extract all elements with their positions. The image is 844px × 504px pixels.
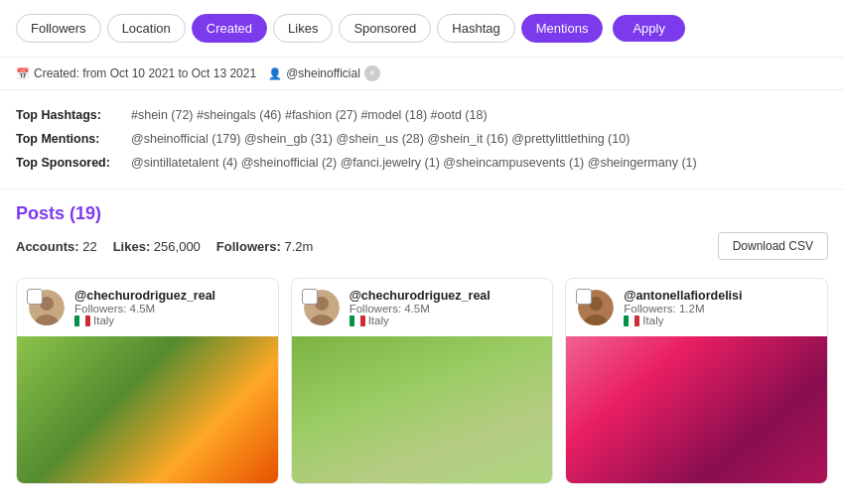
post-card-header-1: @chechurodriguez_real Followers: 4.5M It… (17, 279, 278, 336)
top-mentions-label: Top Mentions: (16, 128, 125, 152)
post-card-1: @chechurodriguez_real Followers: 4.5M It… (16, 278, 279, 484)
account-info-1: @chechurodriguez_real Followers: 4.5M It… (74, 289, 215, 326)
followers-1: Followers: 4.5M (74, 303, 215, 315)
filter-sponsored-button[interactable]: Sponsored (339, 14, 431, 43)
filter-created-button[interactable]: Created (192, 14, 267, 43)
post-card-3: @antonellafiordelisi Followers: 1.2M Ita… (565, 278, 828, 484)
top-sponsored-value: @sintillatetalent (4) @sheinofficial (2)… (131, 152, 697, 176)
likes-label: Likes: (113, 239, 151, 254)
filter-likes-button[interactable]: Likes (273, 14, 333, 43)
post-card-2: @chechurodriguez_real Followers: 4.5M It… (291, 278, 554, 484)
country-1: Italy (74, 315, 215, 326)
post-image-1 (17, 336, 278, 483)
country-3: Italy (624, 315, 742, 326)
top-mentions-row: Top Mentions: @sheinofficial (179) @shei… (16, 128, 828, 152)
followers-2: Followers: 4.5M (350, 303, 491, 315)
posts-meta-left: Accounts: 22 Likes: 256,000 Followers: 7… (16, 239, 313, 254)
filter-followers-button[interactable]: Followers (16, 14, 101, 43)
followers-label: Followers: (216, 239, 281, 254)
accounts-stat: Accounts: 22 (16, 239, 97, 254)
likes-stat: Likes: 256,000 (113, 239, 201, 254)
filter-location-button[interactable]: Location (107, 14, 186, 43)
active-filters-bar: 📅 Created: from Oct 10 2021 to Oct 13 20… (0, 58, 844, 90)
likes-value: 256,000 (154, 239, 201, 254)
top-mentions-value: @sheinofficial (179) @shein_gb (31) @she… (131, 128, 630, 152)
filter-bar: Followers Location Created Likes Sponsor… (0, 0, 844, 58)
country-name-3: Italy (642, 315, 663, 326)
mention-filter-label: @sheinofficial (286, 66, 360, 80)
person-icon: 👤 (268, 67, 282, 80)
top-hashtags-row: Top Hashtags: #shein (72) #sheingals (46… (16, 104, 828, 128)
posts-grid: @chechurodriguez_real Followers: 4.5M It… (0, 266, 844, 484)
download-csv-button[interactable]: Download CSV (718, 232, 828, 260)
posts-title: Posts (19) (16, 203, 828, 224)
username-2: @chechurodriguez_real (350, 289, 491, 303)
account-info-3: @antonellafiordelisi Followers: 1.2M Ita… (624, 289, 742, 326)
top-hashtags-label: Top Hashtags: (16, 104, 125, 128)
mention-filter-tag: 👤 @sheinofficial × (268, 65, 380, 81)
post-image-3 (566, 336, 827, 483)
calendar-icon: 📅 (16, 67, 30, 80)
posts-meta: Accounts: 22 Likes: 256,000 Followers: 7… (16, 232, 828, 260)
country-name-1: Italy (93, 315, 114, 326)
italy-flag-1 (74, 315, 90, 326)
followers-stat: Followers: 7.2m (216, 239, 314, 254)
remove-mention-filter-button[interactable]: × (364, 65, 380, 81)
followers-3: Followers: 1.2M (624, 303, 742, 315)
post-card-header-3: @antonellafiordelisi Followers: 1.2M Ita… (566, 279, 827, 336)
italy-flag-2 (350, 315, 365, 326)
accounts-value: 22 (82, 239, 96, 254)
accounts-label: Accounts: (16, 239, 79, 254)
post-checkbox-2[interactable] (302, 289, 318, 305)
username-1: @chechurodriguez_real (74, 289, 215, 303)
filter-hashtag-button[interactable]: Hashtag (437, 14, 514, 43)
post-checkbox-1[interactable] (27, 289, 43, 305)
top-hashtags-value: #shein (72) #sheingals (46) #fashion (27… (131, 104, 488, 128)
country-name-2: Italy (368, 315, 389, 326)
stats-section: Top Hashtags: #shein (72) #sheingals (46… (0, 90, 844, 189)
username-3: @antonellafiordelisi (624, 289, 742, 303)
italy-flag-3 (624, 315, 639, 326)
apply-button[interactable]: Apply (613, 15, 685, 42)
post-checkbox-3[interactable] (576, 289, 592, 305)
post-card-header-2: @chechurodriguez_real Followers: 4.5M It… (292, 279, 553, 336)
posts-header: Posts (19) Accounts: 22 Likes: 256,000 F… (0, 189, 844, 266)
top-sponsored-label: Top Sponsored: (16, 152, 125, 176)
top-sponsored-row: Top Sponsored: @sintillatetalent (4) @sh… (16, 152, 828, 176)
country-2: Italy (350, 315, 491, 326)
followers-value: 7.2m (285, 239, 314, 254)
date-filter-label: Created: from Oct 10 2021 to Oct 13 2021 (34, 66, 256, 80)
post-image-2 (292, 336, 553, 483)
account-info-2: @chechurodriguez_real Followers: 4.5M It… (350, 289, 491, 326)
date-filter-tag: 📅 Created: from Oct 10 2021 to Oct 13 20… (16, 66, 256, 80)
filter-mentions-button[interactable]: Mentions (521, 14, 604, 43)
